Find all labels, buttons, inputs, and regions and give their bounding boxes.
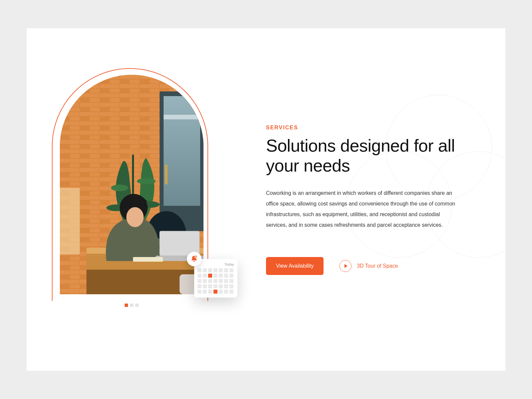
view-availability-button[interactable]: View Availability bbox=[266, 257, 324, 275]
calendar-cell bbox=[203, 284, 207, 288]
section-headline: Solutions designed for all your needs bbox=[266, 136, 472, 176]
tour-button-label: 3D Tour of Space bbox=[357, 263, 398, 269]
calendar-cell bbox=[219, 268, 223, 272]
svg-rect-7 bbox=[164, 115, 200, 119]
carousel-dot[interactable] bbox=[130, 304, 133, 307]
svg-rect-8 bbox=[165, 165, 168, 185]
svg-point-10 bbox=[137, 178, 156, 184]
calendar-cell bbox=[219, 274, 223, 278]
calendar-cell bbox=[213, 279, 217, 283]
calendar-cell bbox=[208, 268, 212, 272]
svg-rect-29 bbox=[195, 256, 197, 257]
calendar-cell bbox=[224, 290, 228, 294]
calendar-cell bbox=[203, 290, 207, 294]
notification-bell-icon bbox=[187, 252, 201, 266]
calendar-cell bbox=[213, 268, 217, 272]
svg-rect-6 bbox=[164, 96, 200, 206]
hero-column: Today bbox=[60, 75, 233, 307]
calendar-cell bbox=[208, 279, 212, 283]
calendar-cell bbox=[224, 268, 228, 272]
calendar-cell bbox=[198, 284, 201, 288]
calendar-cell bbox=[203, 274, 207, 278]
calendar-label: Today bbox=[198, 262, 234, 266]
calendar-cell bbox=[213, 290, 217, 294]
calendar-cell bbox=[224, 279, 228, 283]
calendar-cell bbox=[219, 279, 223, 283]
calendar-cell bbox=[229, 290, 233, 294]
calendar-cell bbox=[213, 274, 217, 278]
text-column: SERVICES Solutions designed for all your… bbox=[266, 75, 472, 275]
calendar-cell bbox=[219, 284, 223, 288]
calendar-cell bbox=[198, 279, 201, 283]
calendar-cell bbox=[198, 268, 201, 272]
calendar-cell bbox=[198, 274, 201, 278]
calendar-grid bbox=[198, 268, 234, 294]
cta-row: View Availability 3D Tour of Space bbox=[266, 257, 472, 275]
services-section: Today SERVICES Solutions designed for al… bbox=[27, 28, 505, 371]
section-body: Coworking is an arrangement in which wor… bbox=[266, 188, 459, 230]
carousel-dots bbox=[60, 304, 203, 307]
carousel-dot[interactable] bbox=[125, 304, 128, 307]
calendar-cell bbox=[229, 274, 233, 278]
calendar-cell bbox=[203, 279, 207, 283]
calendar-cell bbox=[208, 290, 212, 294]
svg-rect-23 bbox=[133, 257, 163, 262]
tour-button[interactable]: 3D Tour of Space bbox=[339, 260, 398, 272]
svg-point-9 bbox=[111, 185, 128, 191]
calendar-cell bbox=[208, 274, 212, 278]
calendar-cell bbox=[198, 290, 201, 294]
calendar-card: Today bbox=[194, 259, 237, 298]
calendar-cell bbox=[219, 290, 223, 294]
carousel-dot[interactable] bbox=[135, 304, 139, 307]
hero-illustration bbox=[60, 75, 203, 294]
calendar-cell bbox=[229, 279, 233, 283]
calendar-cell bbox=[203, 268, 207, 272]
calendar-cell bbox=[224, 284, 228, 288]
calendar-cell bbox=[208, 284, 212, 288]
calendar-cell bbox=[224, 274, 228, 278]
hero-image bbox=[60, 75, 203, 294]
play-icon bbox=[339, 260, 351, 272]
svg-rect-13 bbox=[60, 188, 80, 254]
calendar-cell bbox=[229, 268, 233, 272]
calendar-cell bbox=[229, 284, 233, 288]
calendar-cell bbox=[213, 284, 217, 288]
section-eyebrow: SERVICES bbox=[266, 125, 472, 131]
